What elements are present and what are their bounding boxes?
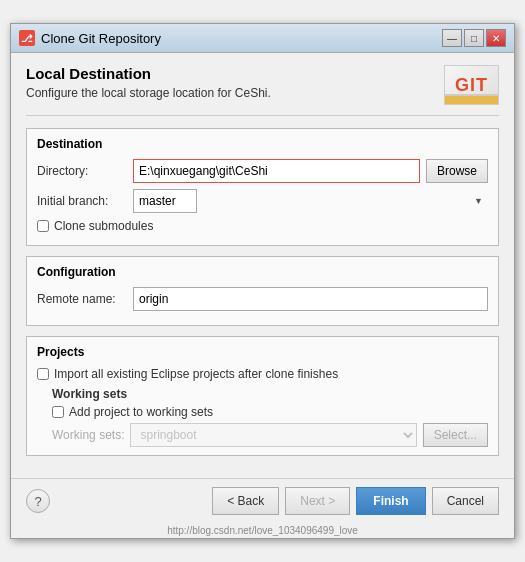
projects-title: Projects	[37, 345, 488, 359]
dialog-body: Local Destination Configure the local st…	[11, 53, 514, 478]
working-sets-title: Working sets	[37, 387, 488, 401]
branch-select[interactable]: master	[133, 189, 197, 213]
next-button[interactable]: Next >	[285, 487, 350, 515]
working-sets-select-row: Working sets: springboot Select...	[52, 423, 488, 447]
import-label: Import all existing Eclipse projects aft…	[54, 367, 338, 381]
submodules-row: Clone submodules	[37, 219, 488, 233]
remote-row: Remote name:	[37, 287, 488, 311]
configuration-section: Configuration Remote name:	[26, 256, 499, 326]
select-button[interactable]: Select...	[423, 423, 488, 447]
branch-row: Initial branch: master	[37, 189, 488, 213]
configuration-title: Configuration	[37, 265, 488, 279]
submodules-label: Clone submodules	[54, 219, 153, 233]
header-section: Local Destination Configure the local st…	[26, 65, 499, 116]
branch-select-wrapper: master	[133, 189, 488, 213]
header-text: Local Destination Configure the local st…	[26, 65, 271, 100]
finish-button[interactable]: Finish	[356, 487, 425, 515]
window-controls: — □ ✕	[442, 29, 506, 47]
page-title: Local Destination	[26, 65, 271, 82]
branch-label: Initial branch:	[37, 194, 127, 208]
watermark: http://blog.csdn.net/love_1034096499_lov…	[11, 523, 514, 538]
working-sets-select[interactable]: springboot	[130, 423, 416, 447]
dialog-footer: ? < Back Next > Finish Cancel	[11, 478, 514, 523]
remote-input[interactable]	[133, 287, 488, 311]
footer-buttons: < Back Next > Finish Cancel	[212, 487, 499, 515]
clone-git-dialog: ⎇ Clone Git Repository — □ ✕ Local Desti…	[10, 23, 515, 539]
maximize-button[interactable]: □	[464, 29, 484, 47]
working-sets-label: Working sets:	[52, 428, 124, 442]
projects-section: Projects Import all existing Eclipse pro…	[26, 336, 499, 456]
add-working-set-row: Add project to working sets	[37, 405, 488, 419]
remote-label: Remote name:	[37, 292, 127, 306]
dialog-icon: ⎇	[19, 30, 35, 46]
back-button[interactable]: < Back	[212, 487, 279, 515]
directory-input[interactable]	[133, 159, 420, 183]
git-logo: GIT	[444, 65, 499, 105]
add-working-set-label: Add project to working sets	[69, 405, 213, 419]
destination-section: Destination Directory: Browse Initial br…	[26, 128, 499, 246]
submodules-checkbox[interactable]	[37, 220, 49, 232]
import-row: Import all existing Eclipse projects aft…	[37, 367, 488, 381]
directory-row: Directory: Browse	[37, 159, 488, 183]
dialog-title: Clone Git Repository	[41, 31, 436, 46]
footer-left: ?	[26, 489, 50, 513]
destination-title: Destination	[37, 137, 488, 151]
close-button[interactable]: ✕	[486, 29, 506, 47]
directory-label: Directory:	[37, 164, 127, 178]
page-subtitle: Configure the local storage location for…	[26, 86, 271, 100]
title-bar: ⎇ Clone Git Repository — □ ✕	[11, 24, 514, 53]
browse-button[interactable]: Browse	[426, 159, 488, 183]
cancel-button[interactable]: Cancel	[432, 487, 499, 515]
import-checkbox[interactable]	[37, 368, 49, 380]
add-working-set-checkbox[interactable]	[52, 406, 64, 418]
minimize-button[interactable]: —	[442, 29, 462, 47]
help-button[interactable]: ?	[26, 489, 50, 513]
